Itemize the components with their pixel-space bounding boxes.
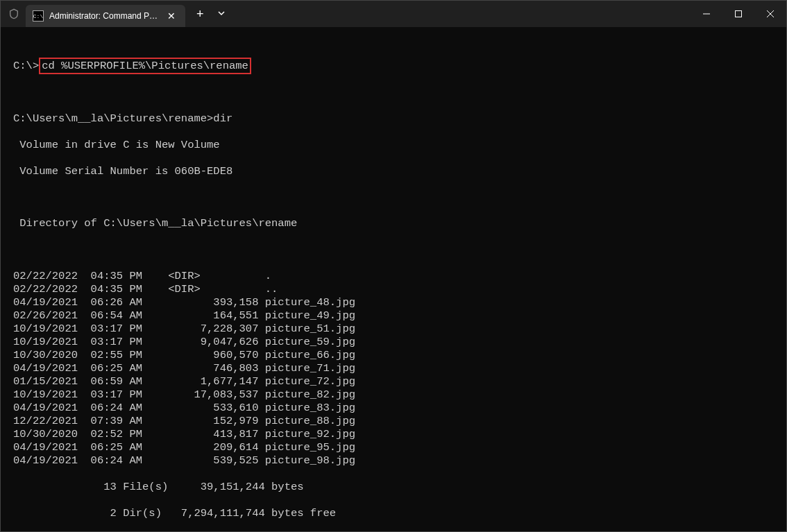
summary-files: 13 File(s) 39,151,244 bytes <box>13 481 774 494</box>
tab-close-button[interactable]: ✕ <box>164 9 178 23</box>
dir-entry: 12/22/2021 07:39 AM 152,979 picture_88.j… <box>13 415 774 428</box>
prompt-prefix: C:\> <box>13 60 39 72</box>
maximize-button[interactable] <box>722 1 754 27</box>
shield-icon <box>8 8 20 19</box>
dir-entry: 04/19/2021 06:24 AM 533,610 picture_83.j… <box>13 402 774 415</box>
directory-of-line: Directory of C:\Users\m__la\Pictures\ren… <box>13 217 774 230</box>
volume-line-2: Volume Serial Number is 060B-EDE8 <box>13 165 774 178</box>
dir-entry: 10/30/2020 02:55 PM 960,570 picture_66.j… <box>13 349 774 362</box>
dir-entry: 02/22/2022 04:35 PM <DIR> .. <box>13 283 774 296</box>
cmd-icon-text: C:\ <box>33 13 43 19</box>
summary-dirs: 2 Dir(s) 7,294,111,744 bytes free <box>13 507 774 520</box>
titlebar: C:\ Administrator: Command Prom ✕ + <box>1 1 786 27</box>
dir-entry: 02/22/2022 04:35 PM <DIR> . <box>13 270 774 283</box>
blank-line <box>13 86 774 99</box>
svg-rect-1 <box>736 11 742 17</box>
blank-line <box>13 243 774 257</box>
dir-entry: 04/19/2021 06:25 AM 746,803 picture_71.j… <box>13 362 774 375</box>
tab-command-prompt[interactable]: C:\ Administrator: Command Prom ✕ <box>26 5 185 27</box>
blank-line <box>13 191 774 204</box>
tab-dropdown-button[interactable] <box>212 6 230 22</box>
highlighted-command: cd %USERPROFILE%\Pictures\rename <box>39 58 251 74</box>
dir-entry: 10/19/2021 03:17 PM 7,228,307 picture_51… <box>13 323 774 336</box>
cmd-icon: C:\ <box>33 10 44 22</box>
new-tab-button[interactable]: + <box>189 4 211 24</box>
tab-title: Administrator: Command Prom <box>49 11 160 21</box>
minimize-button[interactable] <box>691 1 722 27</box>
dir-entry: 10/30/2020 02:52 PM 413,817 picture_92.j… <box>13 428 774 441</box>
close-button[interactable] <box>754 1 786 27</box>
dir-entry: 10/19/2021 03:17 PM 17,083,537 picture_8… <box>13 388 774 402</box>
dir-entries: 02/22/2022 04:35 PM <DIR> .02/22/2022 04… <box>13 270 774 467</box>
prompt-line-1: C:\>cd %USERPROFILE%\Pictures\rename <box>13 60 774 73</box>
dir-entry: 04/19/2021 06:24 AM 539,525 picture_98.j… <box>13 454 774 467</box>
dir-entry: 02/26/2021 06:54 AM 164,551 picture_49.j… <box>13 309 774 323</box>
dir-entry: 04/19/2021 06:26 AM 393,158 picture_48.j… <box>13 296 774 309</box>
prompt-line-2: C:\Users\m__la\Pictures\rename>dir <box>13 112 774 126</box>
terminal-output[interactable]: C:\>cd %USERPROFILE%\Pictures\rename C:\… <box>1 27 786 531</box>
dir-entry: 10/19/2021 03:17 PM 9,047,626 picture_59… <box>13 336 774 349</box>
window-controls <box>691 1 786 27</box>
volume-line-1: Volume in drive C is New Volume <box>13 139 774 152</box>
dir-entry: 04/19/2021 06:25 AM 209,614 picture_95.j… <box>13 441 774 454</box>
dir-entry: 01/15/2021 06:59 AM 1,677,147 picture_72… <box>13 375 774 388</box>
